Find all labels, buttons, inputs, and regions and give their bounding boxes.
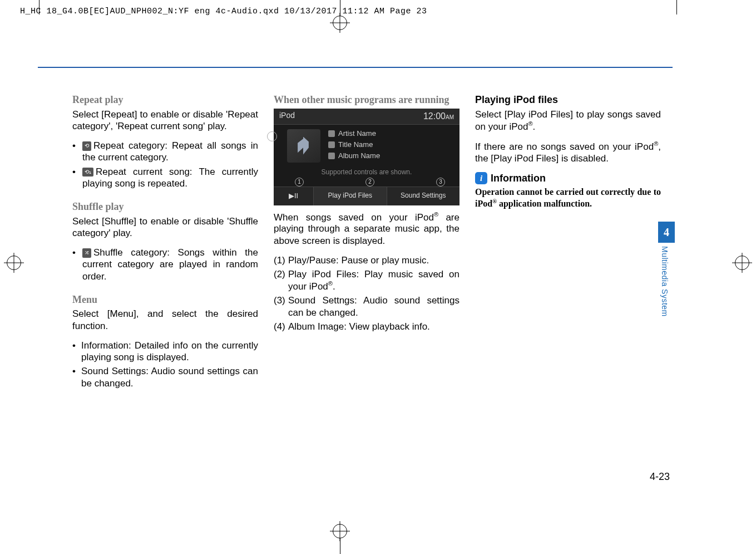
heading-playing-ipod-files: Playing iPod files: [475, 94, 661, 106]
album-name: Album Name: [338, 151, 380, 160]
heading-menu: Menu: [72, 293, 258, 306]
list-number: (2): [274, 268, 288, 292]
artist-icon: [328, 130, 335, 137]
crop-mark: [39, 0, 39, 14]
callout-4: 4: [267, 131, 277, 141]
bullet: •: [72, 140, 81, 151]
bullet-text: ⟲₁Repeat current song: The currently pla…: [81, 166, 258, 190]
album-art-icon: [287, 129, 320, 163]
bullet-text: Sound Settings: Audio sound settings can…: [81, 365, 258, 389]
column-3: Playing iPod files Select [Play iPod Fil…: [475, 94, 661, 391]
registration-mark-icon: [7, 256, 21, 270]
bullet-text: ⟲Repeat category: Repeat all songs in th…: [81, 140, 258, 164]
paragraph: Select [Repeat] to enable or disable 'Re…: [72, 109, 258, 133]
information-header: i Information: [475, 172, 661, 185]
bullet-text: ⤮Shuffle category: Songs within the curr…: [81, 247, 258, 282]
list-text: Play iPod Files: Play music saved on you…: [288, 268, 459, 292]
screenshot-header: iPod 12:00AM: [274, 109, 459, 125]
chapter-label: Multimedia System: [660, 246, 669, 317]
title-icon: [328, 141, 335, 148]
play-ipod-files-button[interactable]: Play iPod Files: [314, 187, 387, 205]
paragraph: Select [Menu], and select the desired fu…: [72, 308, 258, 332]
list-item: • ⟲Repeat category: Repeat all songs in …: [72, 140, 258, 164]
crop-mark: [676, 0, 677, 14]
play-pause-button[interactable]: ▶II: [274, 187, 314, 205]
clock: 12:00AM: [423, 111, 454, 122]
source-label: iPod: [279, 111, 295, 122]
bullet: •: [72, 247, 81, 258]
page-number: 4-23: [650, 471, 670, 483]
list-item: • ⟲₁Repeat current song: The currently p…: [72, 166, 258, 190]
bullet: •: [72, 166, 81, 178]
column-2: When other music programs are running iP…: [274, 94, 459, 391]
list-item: (2) Play iPod Files: Play music saved on…: [274, 268, 459, 292]
divider: [38, 67, 673, 68]
bullet: •: [72, 365, 81, 377]
registration-mark-icon: [333, 524, 347, 538]
list-item: • Sound Settings: Audio sound settings c…: [72, 365, 258, 389]
registration-mark-icon: [735, 256, 749, 270]
paragraph: When songs saved on your iPod® are playi…: [274, 211, 459, 247]
list-number: (1): [274, 254, 288, 266]
list-number: (3): [274, 295, 288, 318]
chapter-tab: 4: [658, 222, 675, 243]
track-metadata: Artist Name Title Name Album Name: [328, 129, 380, 163]
artist-name: Artist Name: [338, 129, 376, 138]
shuffle-icon: ⤮: [82, 248, 91, 258]
column-1: Repeat play Select [Repeat] to enable or…: [72, 94, 258, 391]
information-title: Information: [491, 172, 546, 185]
bullet: •: [72, 340, 81, 351]
callout-3: 3: [436, 178, 445, 187]
list-item: (1) Play/Pause: Pause or play music.: [274, 254, 459, 266]
paragraph: If there are no songs saved on your iPod…: [475, 140, 661, 164]
print-header: H_HC 18_G4.0B[EC]AUD_NPH002_N:YF eng 4c-…: [20, 7, 427, 16]
list-text: Album Image: View playback info.: [288, 321, 459, 332]
registration-mark-icon: [333, 16, 347, 30]
info-icon: i: [475, 172, 487, 184]
list-text: Sound Settngs: Audio sound settings can …: [288, 295, 459, 318]
paragraph: Select [Play iPod Files] to play songs s…: [475, 109, 661, 133]
callout-2: 2: [365, 178, 374, 187]
album-icon: [328, 153, 335, 159]
page-content: Repeat play Select [Repeat] to enable or…: [72, 94, 662, 391]
supported-text: Supported controls are shown.: [274, 165, 459, 178]
list-item: (3) Sound Settngs: Audio sound settings …: [274, 295, 459, 318]
screenshot-body: 4 Artist Name Title Name Album Name: [274, 125, 459, 165]
ipod-screenshot: iPod 12:00AM 4 Artist Name Title Name Al…: [274, 109, 459, 205]
callout-1: 1: [295, 178, 304, 187]
sound-settings-button[interactable]: Sound Settings: [387, 187, 460, 205]
list-item: • Information: Detailed info on the curr…: [72, 340, 258, 364]
callout-row: 1 2 3: [274, 178, 459, 187]
button-row: ▶II Play iPod Files Sound Settings: [274, 187, 459, 205]
repeat-song-icon: ⟲₁: [82, 168, 93, 177]
heading-shuffle-play: Shuffle play: [72, 200, 258, 213]
bullet-text: Information: Detailed info on the curren…: [81, 340, 258, 364]
paragraph: Select [Shuffle] to enable or disable 'S…: [72, 215, 258, 239]
repeat-category-icon: ⟲: [82, 141, 91, 151]
list-item: (4) Album Image: View playback info.: [274, 321, 459, 332]
list-item: • ⤮Shuffle category: Songs within the cu…: [72, 247, 258, 282]
list-number: (4): [274, 321, 288, 332]
list-text: Play/Pause: Pause or play music.: [288, 254, 459, 266]
title-name: Title Name: [338, 140, 373, 149]
information-body: Operation cannot be carried out correctl…: [475, 187, 661, 209]
heading-other-music: When other music programs are running: [274, 94, 459, 106]
heading-repeat-play: Repeat play: [72, 94, 258, 106]
